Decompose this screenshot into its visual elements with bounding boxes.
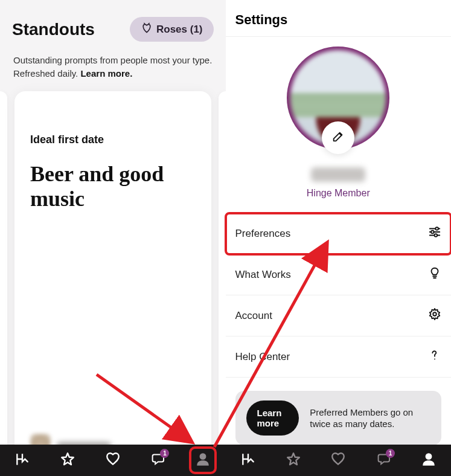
menu-label: Help Center: [235, 351, 290, 363]
svg-point-5: [435, 234, 438, 237]
settings-menu: Preferences What Works Account Help Cent…: [226, 213, 452, 378]
nav-likes[interactable]: [328, 450, 348, 471]
hinge-logo-icon: [240, 451, 256, 469]
svg-point-9: [425, 453, 432, 460]
standouts-subtext: Outstanding prompts from people most you…: [0, 48, 226, 91]
nav-badge: 1: [386, 449, 395, 458]
learn-more-link[interactable]: Learn more.: [80, 68, 132, 79]
pencil-icon: [331, 130, 345, 146]
nav-standouts[interactable]: [283, 450, 304, 471]
profile-icon: [421, 451, 437, 469]
svg-point-7: [434, 359, 435, 360]
svg-point-8: [200, 453, 206, 460]
profile-icon: [195, 451, 211, 469]
preferred-members-card: Learn more Preferred Members go on twice…: [235, 391, 442, 445]
rose-icon: [141, 22, 153, 37]
nav-standouts[interactable]: [57, 450, 78, 471]
page-title: Standouts: [12, 20, 95, 39]
settings-title: Settings: [226, 0, 452, 36]
menu-label: Account: [235, 310, 272, 322]
profile-block: Hinge Member: [226, 37, 452, 199]
profile-avatar-ring[interactable]: [287, 47, 389, 149]
heart-icon: [105, 451, 121, 469]
menu-item-account[interactable]: Account: [226, 295, 452, 336]
star-icon: [60, 451, 75, 469]
card-answer: Beer and good music: [30, 162, 196, 212]
prev-card-peek[interactable]: [0, 91, 7, 477]
standouts-cards-row[interactable]: Ideal first date Beer and good music: [0, 91, 226, 477]
app-container: Standouts Roses (1) Outstanding prompts …: [0, 0, 451, 476]
nav-profile[interactable]: [193, 450, 213, 471]
learn-more-button[interactable]: Learn more: [246, 400, 299, 436]
nav-discover[interactable]: [12, 450, 33, 471]
menu-item-help-center[interactable]: Help Center: [226, 336, 452, 378]
help-icon: [428, 349, 441, 365]
nav-right: 1: [226, 445, 452, 476]
standouts-screen: Standouts Roses (1) Outstanding prompts …: [0, 0, 226, 476]
sliders-icon: [428, 225, 441, 242]
menu-label: Preferences: [235, 228, 291, 240]
card-prompt: Ideal first date: [30, 133, 196, 146]
next-card-peek[interactable]: [219, 91, 226, 477]
gear-icon: [428, 307, 441, 324]
bottom-nav: 1 1: [0, 445, 451, 476]
standouts-header: Standouts Roses (1): [0, 0, 226, 48]
member-label: Hinge Member: [307, 188, 370, 199]
nav-badge: 1: [160, 449, 169, 458]
bulb-icon: [428, 266, 441, 283]
standout-card[interactable]: Ideal first date Beer and good music: [14, 91, 211, 477]
profile-username: [311, 167, 365, 182]
nav-likes[interactable]: [103, 450, 123, 471]
roses-label: Roses (1): [156, 24, 203, 36]
menu-item-what-works[interactable]: What Works: [226, 254, 452, 295]
svg-point-6: [433, 312, 437, 316]
nav-left: 1: [0, 445, 226, 476]
nav-matches[interactable]: 1: [373, 450, 394, 471]
svg-point-1: [435, 227, 438, 230]
nav-profile[interactable]: [418, 450, 439, 471]
menu-item-preferences[interactable]: Preferences: [226, 213, 452, 254]
menu-label: What Works: [235, 269, 291, 281]
edit-profile-button[interactable]: [322, 121, 354, 154]
roses-button[interactable]: Roses (1): [130, 17, 214, 42]
heart-icon: [330, 451, 346, 469]
hinge-logo-icon: [14, 451, 30, 469]
settings-screen: Settings Hinge Member Preferences: [226, 0, 452, 476]
learn-card-text: Preferred Members go on twice as many da…: [310, 407, 430, 430]
star-icon: [286, 451, 301, 469]
nav-discover[interactable]: [238, 450, 258, 471]
nav-matches[interactable]: 1: [147, 450, 168, 471]
svg-point-3: [431, 231, 434, 234]
